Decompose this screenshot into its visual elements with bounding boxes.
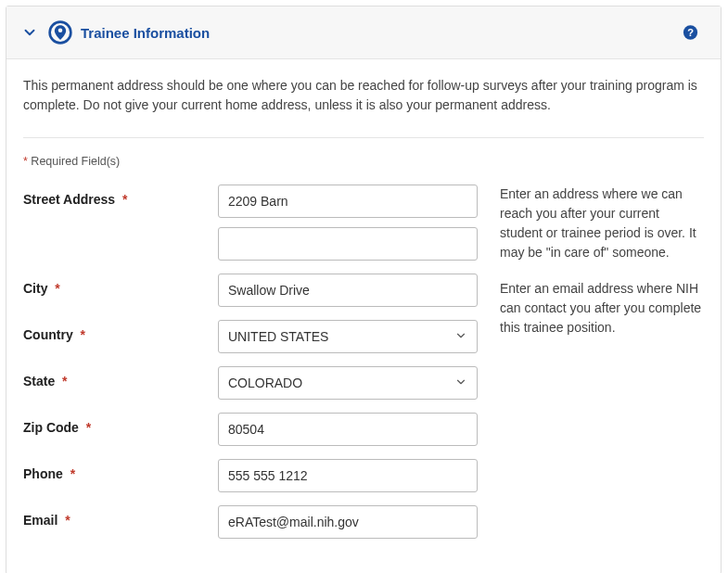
state-select[interactable]: COLORADO <box>218 366 478 400</box>
trainee-info-panel: Trainee Information ? This permanent add… <box>6 6 722 573</box>
svg-point-1 <box>58 29 63 33</box>
country-value: UNITED STATES <box>228 329 328 344</box>
email-input[interactable] <box>218 505 478 539</box>
help-text-email: Enter an email address where NIH can con… <box>500 279 704 337</box>
street-address-1-input[interactable] <box>218 185 478 218</box>
help-text-address: Enter an address where we can reach you … <box>500 185 704 262</box>
panel-header[interactable]: Trainee Information ? <box>6 6 721 59</box>
instructions-text: This permanent address should be one whe… <box>23 76 704 115</box>
chevron-down-icon <box>454 329 467 345</box>
chevron-down-icon <box>454 376 467 391</box>
phone-input[interactable] <box>218 459 478 492</box>
city-label: City * <box>23 274 218 296</box>
panel-title: Trainee Information <box>81 25 210 41</box>
state-label: State * <box>23 366 218 388</box>
required-fields-note: * Required Field(s) <box>23 155 704 168</box>
divider <box>23 137 704 138</box>
asterisk-icon: * <box>23 155 28 168</box>
chevron-down-icon[interactable] <box>21 24 38 41</box>
help-icon[interactable]: ? <box>683 25 698 41</box>
zip-label: Zip Code * <box>23 413 218 435</box>
required-fields-label: Required Field(s) <box>31 155 120 168</box>
country-select[interactable]: UNITED STATES <box>218 320 478 353</box>
email-label: Email * <box>23 505 218 528</box>
zip-input[interactable] <box>218 413 478 446</box>
svg-text:?: ? <box>687 27 694 38</box>
street-address-2-input[interactable] <box>218 227 478 261</box>
phone-label: Phone * <box>23 459 218 481</box>
state-value: COLORADO <box>228 376 302 390</box>
city-input[interactable] <box>218 274 478 307</box>
street-label: Street Address * <box>23 185 218 207</box>
form-column: Street Address * City * <box>23 185 478 552</box>
help-column: Enter an address where we can reach you … <box>500 185 704 552</box>
location-marker-icon <box>47 19 73 45</box>
country-label: Country * <box>23 320 218 342</box>
panel-body: This permanent address should be one whe… <box>6 59 721 573</box>
